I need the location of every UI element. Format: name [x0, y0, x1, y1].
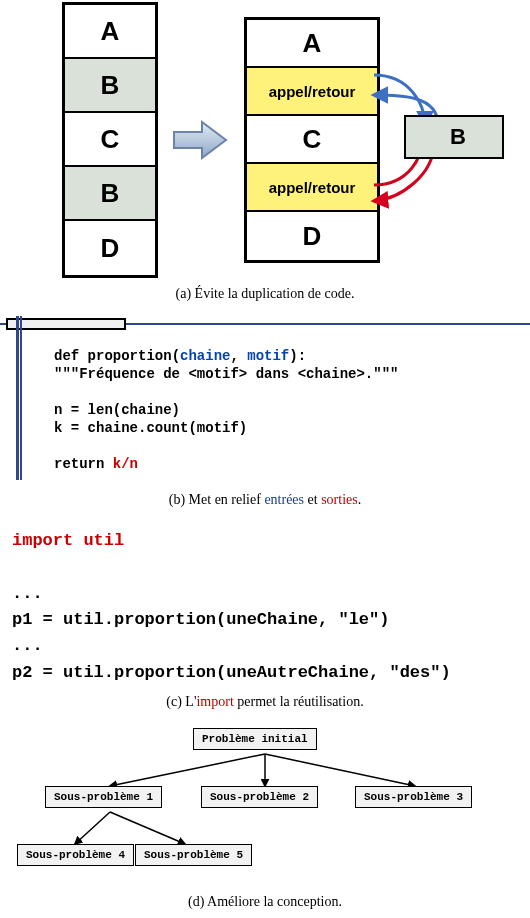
param-motif: motif	[247, 348, 289, 364]
b-box-label: B	[450, 124, 466, 150]
fn-name: proportion	[88, 348, 172, 364]
caption-b-prefix: (b) Met en relief	[169, 492, 265, 507]
tree-sp3: Sous-problème 3	[355, 786, 472, 808]
caption-c-suffix: permet la réutilisation.	[234, 694, 364, 709]
right-cell-d: D	[247, 212, 377, 260]
svg-line-1	[110, 754, 265, 786]
def-keyword: def	[54, 348, 88, 364]
left-cell-c: C	[65, 113, 155, 167]
caption-b-entrees: entrées	[264, 492, 304, 507]
tree-sp4: Sous-problème 4	[17, 844, 134, 866]
tree-root: Problème initial	[193, 728, 317, 750]
caption-c-import: import	[196, 694, 233, 709]
docstring: """Fréquence de <motif> dans <chaine>.""…	[54, 366, 530, 382]
left-cell-b2: B	[65, 167, 155, 221]
b-box: B	[404, 115, 504, 159]
dots2: ...	[12, 633, 518, 659]
svg-line-5	[110, 812, 185, 844]
return-expr: k/n	[113, 456, 138, 472]
right-cell-c: C	[247, 116, 377, 164]
tree-sp1: Sous-problème 1	[45, 786, 162, 808]
p1-line: p1 = util.proportion(uneChaine, "le")	[12, 607, 518, 633]
caption-b-period: .	[358, 492, 362, 507]
caption-b: (b) Met en relief entrées et sorties.	[0, 492, 530, 508]
left-cell-d: D	[65, 221, 155, 275]
left-cell-a: A	[65, 5, 155, 59]
section-b: def proportion(chaine, motif): """Fréque…	[0, 312, 530, 484]
tree-sp5: Sous-problème 5	[135, 844, 252, 866]
section-d: Problème initial Sous-problème 1 Sous-pr…	[0, 720, 530, 886]
right-cell-a: A	[247, 20, 377, 68]
caption-b-et: et	[304, 492, 321, 507]
divider-b	[0, 312, 530, 332]
paren-open: (	[172, 348, 180, 364]
arrow-icon	[166, 110, 236, 170]
caption-c: (c) L'import permet la réutilisation.	[0, 694, 530, 710]
import-module: util	[83, 531, 124, 550]
p2-line: p2 = util.proportion(uneAutreChaine, "de…	[12, 660, 518, 686]
caption-d: (d) Améliore la conception.	[0, 894, 530, 910]
right-cell-appel2: appel/retour	[247, 164, 377, 212]
param-chaine: chaine	[180, 348, 230, 364]
code-block-b: def proportion(chaine, motif): """Fréque…	[0, 336, 530, 484]
code-block-c: import util ... p1 = util.proportion(une…	[12, 528, 518, 686]
svg-line-4	[75, 812, 110, 844]
left-cell-b1: B	[65, 59, 155, 113]
svg-marker-0	[174, 122, 226, 158]
right-cell-appel1: appel/retour	[247, 68, 377, 116]
import-keyword: import	[12, 531, 83, 550]
caption-b-sorties: sorties	[321, 492, 358, 507]
return-keyword: return	[54, 456, 113, 472]
caption-c-prefix: (c) L'	[166, 694, 196, 709]
svg-line-3	[265, 754, 415, 786]
k-line: k = chaine.count(motif)	[54, 420, 530, 436]
paren-close: ):	[289, 348, 306, 364]
dots1: ...	[12, 581, 518, 607]
section-c: import util ... p1 = util.proportion(une…	[0, 518, 530, 686]
section-a: A B C B D A appel/retour C appel/retour …	[0, 0, 530, 278]
caption-a: (a) Évite la duplication de code.	[0, 286, 530, 302]
left-stack: A B C B D	[62, 2, 158, 278]
tree-icon: Problème initial Sous-problème 1 Sous-pr…	[15, 726, 515, 886]
n-line: n = len(chaine)	[54, 402, 530, 418]
tree-sp2: Sous-problème 2	[201, 786, 318, 808]
comma: ,	[230, 348, 247, 364]
right-stack: A appel/retour C appel/retour D	[244, 17, 380, 263]
